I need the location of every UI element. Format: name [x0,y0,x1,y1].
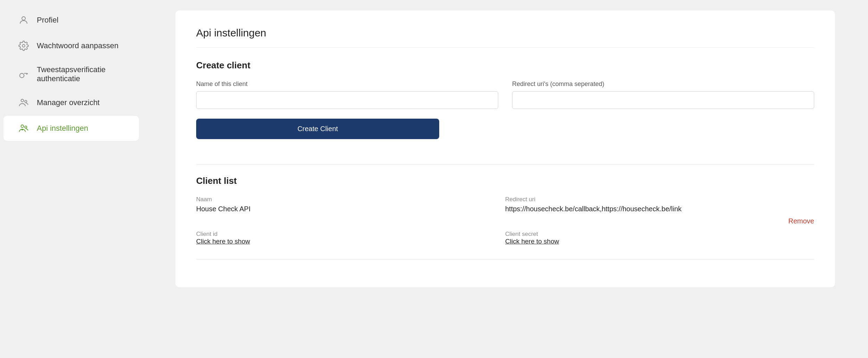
sidebar-label-tweestaps: Tweestapsverificatie authenticatie [37,65,125,83]
client-naam-value: House Check API [196,205,251,213]
svg-point-0 [22,17,25,20]
client-row: House Check API https://housecheck.be/ca… [196,205,814,245]
sidebar-label-wachtwoord: Wachtwoord aanpassen [37,41,118,50]
bottom-divider [196,259,814,259]
create-client-title: Create client [196,60,814,71]
create-client-button[interactable]: Create Client [196,119,439,139]
sidebar-item-manager[interactable]: Manager overzicht [3,90,139,115]
svg-point-10 [22,129,23,130]
name-label: Name of this client [196,80,498,88]
client-id-group: Client id Click here to show [196,231,505,245]
client-row-top: House Check API https://housecheck.be/ca… [196,205,814,213]
remove-button[interactable]: Remove [788,217,814,225]
name-form-group: Name of this client [196,80,498,109]
key-icon [17,68,30,80]
sidebar-label-api: Api instellingen [37,124,88,133]
client-list-header: Naam Redirect uri [196,196,814,203]
svg-point-8 [21,125,24,128]
redirect-column-label: Redirect uri [505,196,535,203]
client-id-label: Client id [196,231,217,237]
client-redirect-value: https://housecheck.be/callback,https://h… [505,205,682,213]
client-list-title: Client list [196,176,814,186]
client-redirect: https://housecheck.be/callback,https://h… [505,205,814,213]
create-client-form-row: Name of this client Redirect uri's (comm… [196,80,814,109]
client-naam: House Check API [196,205,505,213]
redirect-input[interactable] [512,91,814,109]
sidebar-label-profiel: Profiel [37,16,58,25]
api-icon [17,122,30,135]
group-icon [17,96,30,109]
client-credentials-row: Client id Click here to show Client secr… [196,231,814,245]
sidebar-item-wachtwoord[interactable]: Wachtwoord aanpassen [3,33,139,58]
client-id-show-link[interactable]: Click here to show [196,238,250,245]
create-client-section: Create client Name of this client Redire… [196,60,814,153]
client-list-section: Client list Naam Redirect uri House Chec… [196,176,814,259]
svg-point-6 [21,99,24,102]
sidebar: Profiel Wachtwoord aanpassen Tweestapsve… [0,0,142,358]
svg-point-1 [22,44,25,47]
person-icon [17,14,30,26]
svg-point-2 [20,74,24,78]
svg-point-9 [25,126,27,128]
redirect-form-group: Redirect uri's (comma seperated) [512,80,814,109]
client-secret-show-link[interactable]: Click here to show [505,238,559,245]
gear-icon [17,40,30,52]
client-secret-group: Client secret Click here to show [505,231,814,245]
redirect-label: Redirect uri's (comma seperated) [512,80,814,88]
sidebar-item-api[interactable]: Api instellingen [3,116,139,141]
page-title: Api instellingen [196,27,814,48]
col-redirect-header: Redirect uri [505,196,814,203]
svg-point-7 [25,100,27,102]
sidebar-item-tweestaps[interactable]: Tweestapsverificatie authenticatie [3,59,139,90]
section-divider [196,164,814,164]
content-card: Api instellingen Create client Name of t… [175,10,835,287]
naam-column-label: Naam [196,196,212,203]
remove-row: Remove [196,216,814,225]
sidebar-label-manager: Manager overzicht [37,98,100,107]
client-secret-label: Client secret [505,231,538,237]
main-content: Api instellingen Create client Name of t… [142,0,868,358]
name-input[interactable] [196,91,498,109]
col-naam-header: Naam [196,196,505,203]
sidebar-item-profiel[interactable]: Profiel [3,8,139,33]
